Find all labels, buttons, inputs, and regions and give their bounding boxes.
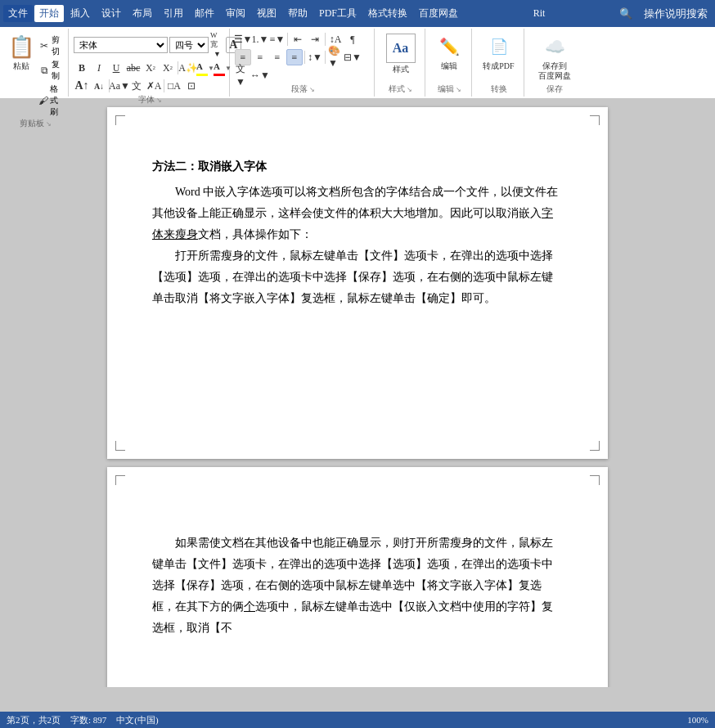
save-group-label: 保存 — [529, 83, 580, 97]
search-icon-btn[interactable]: 🔍 — [615, 6, 636, 22]
tab-home[interactable]: 开始 — [34, 5, 64, 22]
chinese-layout-button[interactable]: 文▼ — [235, 67, 251, 83]
font-grow-button[interactable]: A↑ — [74, 78, 90, 94]
font-shrink-button[interactable]: A↓ — [91, 78, 107, 94]
topbar-right: 🔍 操作说明搜索 — [615, 5, 712, 23]
tab-ref[interactable]: 引用 — [159, 5, 188, 22]
clipboard-expand-icon[interactable]: ↘ — [46, 120, 52, 128]
corner-br-1 — [590, 441, 600, 451]
font-name-select[interactable]: 宋体 — [74, 37, 168, 53]
text-highlight-button[interactable]: A ▼ — [197, 60, 214, 76]
tab-help[interactable]: 帮助 — [283, 5, 313, 22]
size-row: A↑ A↓ Aa▼ 文 ✗A □A ⊡ — [74, 78, 200, 94]
multilevel-list-button[interactable]: ≡▼ — [269, 31, 286, 47]
italic-button[interactable]: I — [91, 60, 107, 76]
tab-view[interactable]: 视图 — [252, 5, 281, 22]
v-div-p4 — [325, 51, 326, 64]
cut-row: ✂ 剪切 — [38, 34, 65, 57]
edit-content: ✏️ 编辑 — [431, 29, 467, 83]
styles-button[interactable]: Aa 样式 — [383, 31, 419, 77]
v-div-p1 — [287, 33, 288, 46]
ribbon-body: 📋 粘贴 ✂ 剪切 ⧉ 复制 🖌 格式刷 — [0, 27, 715, 99]
tab-review[interactable]: 审阅 — [221, 5, 250, 22]
ordered-list-button[interactable]: 1.▼ — [252, 31, 268, 47]
edit-expand-icon[interactable]: ↘ — [456, 86, 461, 93]
edit-group-label: 编辑 ↘ — [430, 83, 468, 97]
paragraph-expand-icon[interactable]: ↘ — [309, 86, 315, 93]
edit-icon: ✏️ — [436, 34, 462, 60]
convert-pdf-label: 转成PDF — [483, 61, 514, 71]
show-marks-button[interactable]: ¶ — [344, 31, 361, 47]
copy-row: ⧉ 复制 — [38, 59, 65, 82]
font-expand-icon[interactable]: ↘ — [156, 97, 162, 104]
tab-pdf[interactable]: PDF工具 — [314, 5, 362, 22]
char-width-control[interactable]: W宽 ▼ — [210, 31, 224, 58]
bold-button[interactable]: B — [74, 60, 90, 76]
line-spacing-button[interactable]: ↕▼ — [307, 49, 323, 65]
subscript-button[interactable]: X2 — [142, 60, 159, 76]
paragraph-label: 段落 ↘ — [235, 83, 371, 97]
align-right-button[interactable]: ≡ — [269, 49, 286, 65]
corner-bl-1 — [115, 441, 125, 451]
convert-content: 📄 转成PDF — [481, 29, 517, 83]
v-div-3 — [164, 79, 164, 92]
unordered-list-button[interactable]: ☰▼ — [235, 31, 251, 47]
shading-button[interactable]: 🎨▼ — [327, 49, 344, 65]
font-group: 宋体 四号 W宽 ▼ A B I U ab — [70, 29, 230, 97]
corner-tl-1 — [115, 115, 125, 125]
underline-ge: 个 — [244, 600, 255, 613]
page-1[interactable]: 方法二：取消嵌入字体 Word 中嵌入字体选项可以将文档所包含的字体结合成一个文… — [107, 107, 608, 459]
styles-group-label: 样式 ↘ — [380, 83, 421, 97]
para-direction-button[interactable]: ↔▼ — [252, 67, 268, 83]
paste-button[interactable]: 📋 粘贴 — [7, 31, 36, 74]
convert-icon: 📄 — [486, 34, 512, 60]
ribbon: 文件 开始 插入 设计 布局 引用 邮件 审阅 视图 帮助 PDF工具 格式转换… — [0, 0, 715, 99]
page1-bottom-space — [152, 309, 563, 358]
format-painter-button[interactable]: 🖌 — [38, 92, 49, 109]
clear-format-button[interactable]: ✗A — [146, 78, 162, 94]
page1-top-space — [152, 132, 563, 156]
strikethrough-button[interactable]: abc — [125, 60, 142, 76]
page2-top-space — [152, 492, 563, 533]
tab-file[interactable]: 文件 — [3, 5, 33, 22]
font-size-select[interactable]: 四号 — [169, 37, 209, 53]
edit-button[interactable]: ✏️ 编辑 — [431, 31, 467, 74]
tab-convert[interactable]: 格式转换 — [363, 5, 412, 22]
border-button[interactable]: □A — [166, 78, 182, 94]
format-painter-label: 格式刷 — [50, 83, 65, 118]
increase-indent-button[interactable]: ⇥ — [307, 31, 323, 47]
convert-pdf-button[interactable]: 📄 转成PDF — [481, 31, 517, 74]
statusbar: 第2页，共2页 字数: 897 中文(中国) 100% — [0, 712, 715, 728]
tab-design[interactable]: 设计 — [97, 5, 126, 22]
tab-layout[interactable]: 布局 — [128, 5, 157, 22]
decrease-indent-button[interactable]: ⇤ — [290, 31, 306, 47]
help-search[interactable]: 操作说明搜索 — [640, 5, 712, 23]
clipboard-small: ✂ 剪切 ⧉ 复制 🖌 格式刷 — [38, 31, 65, 118]
phonetic-button[interactable]: 文 — [128, 78, 145, 94]
char-shade-button[interactable]: ⊡ — [183, 78, 200, 94]
underlined-font-text: 字体来瘦身 — [152, 207, 553, 240]
font-color-button[interactable]: A ▼ — [214, 60, 231, 76]
copy-button[interactable]: ⧉ — [38, 62, 51, 79]
underline-button[interactable]: U — [108, 60, 124, 76]
superscript-button[interactable]: X2 — [160, 60, 176, 76]
save-icon: ☁️ — [542, 34, 568, 60]
tab-insert[interactable]: 插入 — [65, 5, 95, 22]
justify-button[interactable]: ≡ — [286, 49, 303, 65]
save-baidu-button[interactable]: ☁️ 保存到 百度网盘 — [537, 31, 573, 83]
convert-group-label: 转换 — [477, 83, 520, 97]
change-case-button[interactable]: Aa▼ — [111, 78, 128, 94]
paste-label: 粘贴 — [13, 61, 29, 71]
tab-mail[interactable]: 邮件 — [190, 5, 219, 22]
save-content: ☁️ 保存到 百度网盘 — [537, 29, 573, 83]
styles-expand-icon[interactable]: ↘ — [407, 86, 412, 93]
align-center-button[interactable]: ≡ — [252, 49, 268, 65]
copy-label: 复制 — [52, 59, 65, 82]
text-effect-button[interactable]: A✨ — [180, 60, 196, 76]
cut-button[interactable]: ✂ — [38, 38, 51, 54]
page1-para2: 打开所需瘦身的文件，鼠标左键单击【文件】选项卡，在弹出的选项中选择【选项】选项，… — [152, 245, 563, 309]
border-para-button[interactable]: ⊟▼ — [344, 49, 361, 65]
tab-baidu[interactable]: 百度网盘 — [414, 5, 463, 22]
page-2[interactable]: 如果需使文档在其他设备中也能正确显示，则打开所需瘦身的文件，鼠标左键单击【文件】… — [107, 467, 608, 687]
document-area: 方法二：取消嵌入字体 Word 中嵌入字体选项可以将文档所包含的字体结合成一个文… — [0, 99, 715, 687]
